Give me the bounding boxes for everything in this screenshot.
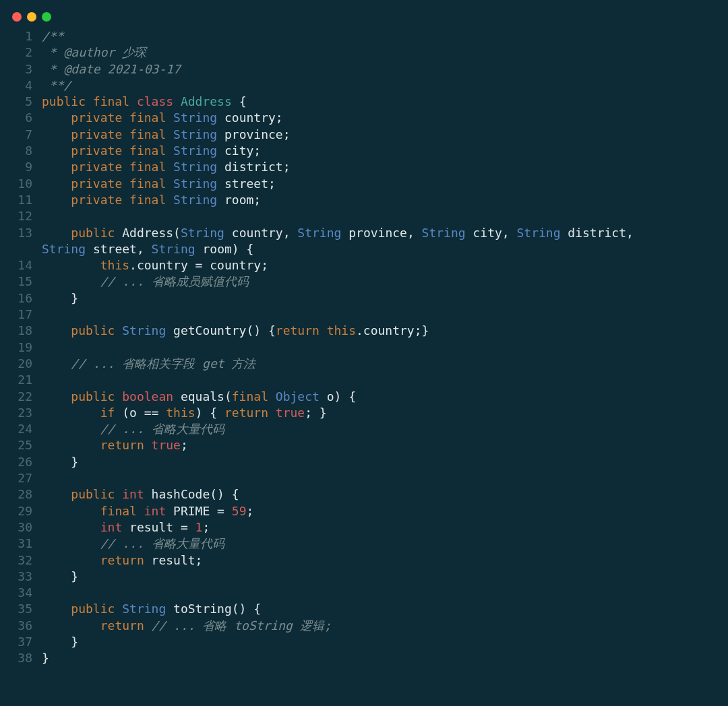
code-token: street, [86, 241, 152, 257]
code-line: 18 public String getCountry() {return th… [9, 323, 715, 339]
code-token: /** [42, 29, 64, 43]
code-token [42, 193, 71, 207]
code-token: equals( [181, 389, 232, 404]
code-token: country, [224, 226, 297, 240]
code-token: true [152, 438, 181, 452]
code-token: this [100, 258, 129, 272]
code-token: district, [561, 226, 641, 240]
code-token: ; } [305, 406, 327, 420]
code-token: final [129, 176, 173, 191]
line-number: 3 [9, 61, 32, 77]
line-content: public String toString() { [42, 601, 261, 617]
line-content: // ... 省略大量代码 [42, 421, 224, 437]
code-line: 9 private final String district; [9, 159, 715, 175]
line-content: public boolean equals(final Object o) { [42, 389, 356, 405]
code-token: ; [246, 504, 253, 518]
code-token [42, 258, 100, 272]
code-line: 32 return result; [9, 552, 715, 569]
code-token [42, 487, 71, 501]
code-token: final [129, 160, 173, 174]
line-number: 31 [9, 536, 32, 552]
code-token: ; [181, 438, 188, 452]
code-token: getCountry() { [173, 323, 276, 338]
code-token [42, 274, 100, 288]
code-line: 10 private final String street; [9, 176, 715, 192]
code-token: room) { [195, 241, 254, 257]
line-content: // ... 省略成员赋值代码 [42, 274, 249, 290]
line-number: 25 [9, 437, 32, 453]
code-token: result; [144, 553, 203, 567]
line-content: /** [42, 28, 64, 44]
code-token: room; [224, 193, 261, 207]
code-token: return [100, 618, 152, 633]
code-line: 16 } [9, 290, 715, 307]
code-line: 14 this.country = country; [9, 257, 715, 274]
code-token: * @date 2021-03-17 [42, 62, 181, 76]
code-token: public [71, 487, 122, 501]
maximize-icon[interactable] [42, 12, 51, 22]
code-token: this [327, 323, 356, 338]
code-token: // ... 省略成员赋值代码 [100, 274, 249, 288]
code-line: 25 return true; [9, 437, 715, 453]
line-number: 4 [9, 77, 32, 94]
code-token: } [42, 291, 78, 305]
code-token: String [422, 226, 466, 240]
code-token: } [42, 635, 78, 649]
line-number: 37 [9, 634, 32, 650]
code-line: 5public final class Address { [9, 94, 715, 110]
line-number: 23 [9, 405, 32, 421]
code-token [42, 127, 71, 141]
code-token: // ... 省略大量代码 [100, 536, 224, 550]
line-number: 28 [9, 486, 32, 503]
code-token: private [71, 127, 129, 141]
line-number: 11 [9, 192, 32, 208]
code-token: Address [181, 94, 239, 108]
code-token: Address( [115, 226, 181, 240]
line-number: 30 [9, 519, 32, 536]
code-token [42, 422, 100, 436]
close-icon[interactable] [12, 12, 22, 22]
code-token: ) { [195, 406, 224, 420]
code-line: 6 private final String country; [9, 110, 715, 126]
line-content: private final String district; [42, 159, 291, 175]
line-content: public String getCountry() {return this.… [42, 323, 429, 339]
code-token [42, 520, 100, 534]
code-token: city; [224, 143, 261, 158]
code-line: 24 // ... 省略大量代码 [9, 421, 715, 437]
code-line: 8 private final String city; [9, 143, 715, 159]
code-token: // ... 省略大量代码 [100, 422, 224, 436]
line-content: this.country = country; [42, 257, 268, 274]
code-token: int [144, 504, 166, 518]
code-token: 1 [195, 520, 203, 534]
line-content: * @date 2021-03-17 [42, 61, 181, 77]
code-line: 13 public Address(String country, String… [9, 225, 715, 241]
code-token: String [173, 127, 224, 141]
code-token [42, 226, 71, 240]
line-number: 34 [9, 585, 32, 601]
code-token: ; [202, 520, 210, 534]
code-token [42, 389, 71, 404]
code-token: } [42, 651, 49, 665]
code-token: return [100, 438, 152, 452]
code-line: 37 } [9, 634, 715, 650]
minimize-icon[interactable] [27, 12, 36, 22]
line-number: 21 [9, 372, 32, 388]
code-line: 31 // ... 省略大量代码 [9, 536, 715, 552]
code-token [42, 110, 71, 125]
code-line: 34 [9, 585, 715, 601]
line-number: 12 [9, 208, 32, 224]
line-content: private final String country; [42, 110, 283, 126]
code-token: public [42, 94, 93, 108]
code-token: // ... 省略 toString 逻辑; [152, 618, 332, 633]
code-editor: 1/**2 * @author 少琛3 * @date 2021-03-174 … [0, 28, 728, 680]
code-token [42, 602, 71, 616]
code-token: final [129, 143, 173, 158]
line-content: return // ... 省略 toString 逻辑; [42, 618, 332, 634]
code-token: return [276, 323, 327, 338]
code-line-continuation: String street, String room) { [9, 241, 715, 257]
code-token [42, 504, 100, 518]
line-content: } [42, 569, 78, 585]
code-token: public [71, 226, 115, 240]
code-line: 1/** [9, 28, 715, 44]
code-token: } [42, 455, 78, 469]
